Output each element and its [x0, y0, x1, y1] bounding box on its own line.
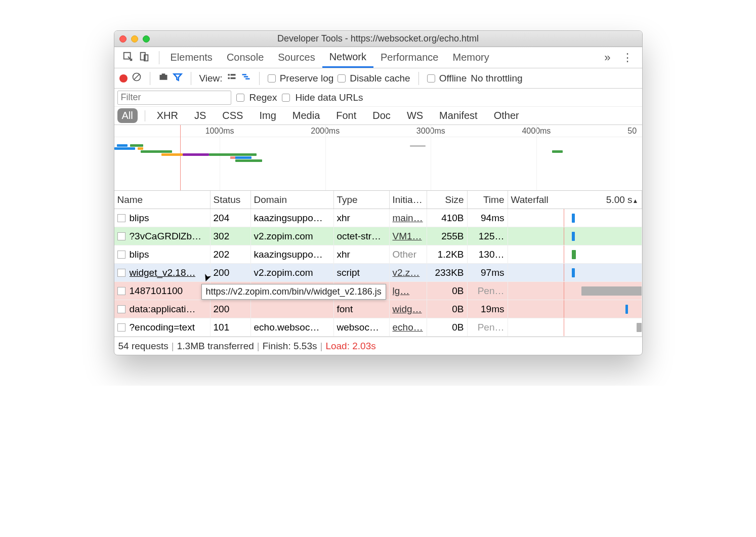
col-initiator[interactable]: Initia… — [390, 191, 427, 209]
preserve-log-label: Preserve log — [280, 73, 334, 84]
clear-icon[interactable] — [132, 72, 142, 85]
request-status: 202 — [211, 245, 251, 263]
type-filter-all[interactable]: All — [117, 108, 138, 123]
inspect-element-icon[interactable] — [122, 51, 134, 64]
request-waterfall — [508, 318, 642, 336]
type-filter-other[interactable]: Other — [489, 108, 524, 123]
file-icon — [117, 251, 125, 259]
table-row[interactable]: blips202kaazingsuppo…xhrOther1.2KB130… — [114, 245, 642, 264]
filter-row: Regex Hide data URLs — [114, 89, 642, 107]
svg-rect-7 — [228, 74, 229, 75]
large-rows-icon[interactable] — [227, 72, 237, 85]
col-domain[interactable]: Domain — [251, 191, 334, 209]
svg-rect-5 — [159, 75, 167, 80]
request-initiator[interactable]: VM1… — [390, 227, 427, 245]
col-status[interactable]: Status — [211, 191, 251, 209]
request-status: 302 — [211, 227, 251, 245]
request-size: 255B — [427, 227, 468, 245]
request-type: font — [334, 300, 390, 318]
request-table-body: blips204kaazingsuppo…xhrmain…410B94ms?3v… — [114, 209, 642, 337]
request-status: 200 — [211, 264, 251, 281]
type-filter-manifest[interactable]: Manifest — [435, 108, 482, 123]
type-filter-doc[interactable]: Doc — [368, 108, 395, 123]
col-waterfall[interactable]: Waterfall 5.00 s▲ — [508, 191, 642, 209]
type-filter-js[interactable]: JS — [190, 108, 211, 123]
col-name[interactable]: Name — [114, 191, 211, 209]
request-type: xhr — [334, 245, 390, 263]
request-initiator[interactable]: v2.z… — [390, 264, 427, 281]
request-domain: kaazingsuppo… — [251, 209, 334, 227]
type-filter-img[interactable]: Img — [255, 108, 280, 123]
overview-cursor — [180, 125, 181, 190]
request-status: 204 — [211, 209, 251, 227]
regex-checkbox[interactable] — [236, 94, 244, 102]
table-row[interactable]: ?3vCaGRDlZb…302v2.zopim.comoctet-str…VM1… — [114, 227, 642, 245]
table-row[interactable]: blips204kaazingsuppo…xhrmain…410B94ms — [114, 209, 642, 227]
record-button[interactable] — [119, 74, 128, 82]
more-options-button[interactable]: ⋮ — [616, 51, 639, 64]
col-type[interactable]: Type — [334, 191, 390, 209]
request-initiator[interactable]: widg… — [390, 300, 427, 318]
resource-type-filter-row: AllXHRJSCSSImgMediaFontDocWSManifestOthe… — [114, 107, 642, 125]
request-initiator[interactable]: main… — [390, 209, 427, 227]
file-icon — [117, 323, 125, 332]
request-waterfall — [508, 264, 642, 281]
table-row[interactable]: data:applicati…200fontwidg…0B19ms — [114, 300, 642, 318]
disable-cache-checkbox[interactable] — [338, 74, 346, 82]
request-waterfall — [508, 209, 642, 227]
status-finish: Finish: 5.53s — [263, 341, 317, 352]
type-filter-xhr[interactable]: XHR — [152, 108, 183, 123]
toggle-device-icon[interactable] — [139, 51, 150, 64]
type-filter-css[interactable]: CSS — [218, 108, 247, 123]
preserve-log-checkbox[interactable] — [268, 74, 276, 82]
request-initiator[interactable]: echo… — [390, 318, 427, 336]
overview-timeline[interactable]: 1000ms2000ms3000ms4000ms50 — [114, 125, 642, 191]
divider — [159, 51, 159, 64]
waterfall-icon[interactable] — [241, 72, 251, 85]
request-time: 125… — [468, 227, 508, 245]
table-row[interactable]: widget_v2.18…200v2.zopim.comscriptv2.z…2… — [114, 264, 642, 282]
svg-rect-9 — [228, 77, 229, 79]
request-type: xhr — [334, 209, 390, 227]
request-time: 94ms — [468, 209, 508, 227]
svg-rect-13 — [245, 78, 249, 80]
file-icon — [117, 232, 125, 240]
tab-elements[interactable]: Elements — [163, 47, 220, 68]
request-initiator[interactable]: Other — [390, 245, 427, 263]
col-time[interactable]: Time — [468, 191, 508, 209]
request-time: 97ms — [468, 264, 508, 281]
regex-label: Regex — [249, 92, 277, 103]
tab-network[interactable]: Network — [322, 47, 373, 68]
file-icon — [117, 214, 125, 222]
filter-input[interactable] — [117, 91, 231, 105]
request-status: 200 — [211, 300, 251, 318]
request-initiator[interactable]: lg… — [390, 282, 427, 300]
tab-memory[interactable]: Memory — [446, 47, 496, 68]
tab-console[interactable]: Console — [220, 47, 271, 68]
filter-icon[interactable] — [173, 72, 183, 85]
request-size: 410B — [427, 209, 468, 227]
waterfall-column-label: Waterfall — [511, 194, 549, 205]
offline-checkbox[interactable] — [427, 74, 435, 82]
col-size[interactable]: Size — [427, 191, 468, 209]
divider — [418, 72, 419, 85]
request-type: script — [334, 264, 390, 281]
table-row[interactable]: ?encoding=text101echo.websoc…websoc…echo… — [114, 318, 642, 337]
request-name: blips — [130, 249, 149, 260]
throttling-select[interactable]: No throttling — [471, 73, 522, 84]
capture-screenshot-icon[interactable] — [158, 72, 169, 85]
request-name: widget_v2.18… — [130, 267, 196, 278]
type-filter-media[interactable]: Media — [288, 108, 324, 123]
tabs-overflow-button[interactable]: » — [599, 51, 615, 64]
hide-data-urls-checkbox[interactable] — [282, 94, 290, 102]
type-filter-ws[interactable]: WS — [402, 108, 428, 123]
view-label: View: — [199, 73, 223, 84]
type-filter-font[interactable]: Font — [331, 108, 361, 123]
window-title: Developer Tools - https://websocket.org/… — [114, 33, 642, 44]
request-size: 0B — [427, 282, 468, 300]
tab-performance[interactable]: Performance — [373, 47, 446, 68]
svg-rect-12 — [243, 76, 247, 77]
tab-sources[interactable]: Sources — [271, 47, 322, 68]
status-transferred: 1.3MB transferred — [177, 341, 254, 352]
file-icon — [117, 269, 125, 277]
